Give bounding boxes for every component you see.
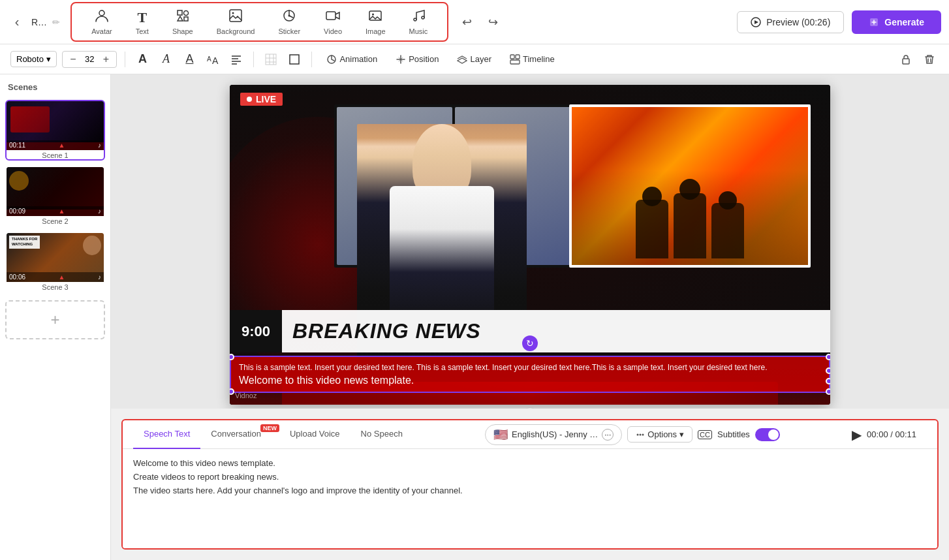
underline-button[interactable]: A [180,50,198,69]
text-tool[interactable]: T Text [124,7,161,38]
scene-2-thumb[interactable]: 00:09 ▲ ♪ Scene 2 [5,166,105,226]
undo-redo-group: ↩ ↪ [456,12,503,33]
tab-upload-voice[interactable]: Upload Voice [279,420,350,449]
options-label: Options [647,429,677,439]
play-button[interactable]: ▶ [852,427,862,443]
svg-rect-22 [290,55,299,64]
sticker-icon [282,8,296,26]
add-scene-button[interactable]: + [5,300,105,339]
align-button[interactable] [227,50,245,69]
redo-button[interactable]: ↪ [482,12,503,33]
lock-button[interactable] [897,50,915,69]
timeline-icon [510,54,520,65]
handle-mr-1[interactable] [826,367,830,374]
options-chevron: ▾ [679,429,684,439]
video-canvas[interactable]: LIVE 9:00 BREAKING NEWS ↻ [230,85,830,405]
position-icon [396,54,406,65]
cc-icon: CC [698,430,712,439]
options-button[interactable]: Options ▾ [627,426,692,443]
live-dot [247,97,252,102]
toolbar-right: Preview (00:26) Generate [737,10,941,34]
music-tool[interactable]: Music [397,6,440,38]
bold-button[interactable]: A [133,50,151,69]
background-icon [228,8,243,26]
new-badge: NEW [260,424,279,432]
expand-chevron[interactable]: ∨ [522,407,538,409]
texture-icon [265,54,277,65]
svg-rect-1 [178,10,182,15]
scene-3-preview: THANKS FORWATCHING 00:06 ▲ ♪ [7,233,104,282]
tab-speech-text[interactable]: Speech Text [133,420,200,449]
handle-tl[interactable] [230,354,234,360]
time-block: 9:00 [230,310,282,352]
video-tool[interactable]: Video [312,6,354,38]
add-scene-icon: + [50,311,59,329]
svg-point-7 [288,15,290,17]
language-selector[interactable]: 🇺🇸 English(US) - Jenny … ··· [485,424,622,445]
avatar-icon [95,8,109,26]
lang-label: English(US) - Jenny … [512,429,598,439]
handle-mr-2[interactable] [826,378,830,384]
svg-rect-8 [326,12,335,20]
preview-icon [751,17,761,27]
animation-button[interactable]: Animation [320,52,384,67]
scene-3-thumb[interactable]: THANKS FORWATCHING 00:06 ▲ ♪ Scene 3 [5,232,105,292]
tab-conversation[interactable]: Conversation NEW [200,420,279,449]
canvas-refresh-button[interactable]: ↻ [522,335,538,351]
lock-icon [901,54,911,65]
decrease-font-size[interactable]: − [67,53,80,66]
music-icon [411,8,426,26]
italic-button[interactable]: A [157,50,175,69]
scrolling-text-content: This is a sample text. Insert your desir… [239,362,821,373]
avatar-label: Avatar [91,27,112,35]
scrolling-text-bar[interactable]: This is a sample text. Insert your desir… [230,356,830,393]
handle-br[interactable] [826,388,830,395]
size-increase-button[interactable]: AA [204,50,222,69]
image-icon [368,8,382,26]
delete-button[interactable] [920,50,939,69]
background-tool[interactable]: Background [205,6,267,38]
generate-button[interactable]: Generate [852,10,941,34]
subtitles-toggle[interactable] [755,428,780,441]
image-tool[interactable]: Image [354,6,397,38]
scene-1-preview: 00:11 ▲ ♪ [7,101,104,150]
size-increase-icon: AA [207,54,219,65]
right-content: LIVE 9:00 BREAKING NEWS ↻ [111,74,949,560]
play-control: ▶ 00:00 / 00:11 [852,427,927,443]
texture-button[interactable] [262,50,280,69]
border-button[interactable] [285,50,303,69]
tab-no-speech[interactable]: No Speech [350,420,413,449]
back-button[interactable]: ‹ [8,13,26,31]
scene-3-duration: 00:06 [9,273,25,281]
avatar-tool[interactable]: Avatar [80,6,124,38]
text-icon: T [137,9,147,26]
format-toolbar: Roboto ▾ − 32 + A A A AA Animation Posit… [0,44,949,74]
font-selector[interactable]: Roboto ▾ [10,51,57,67]
scenes-title: Scenes [5,82,105,92]
svg-rect-4 [230,10,241,22]
video-label: Video [324,27,342,35]
scene-3-overlay: 00:06 ▲ ♪ [7,272,104,282]
separator-1 [125,52,125,67]
edit-project-icon[interactable]: ✏ [52,17,60,27]
live-badge: LIVE [240,93,283,106]
top-toolbar: ‹ R… ✏ Avatar T Text Shape Background [0,0,949,44]
preview-button[interactable]: Preview (00:26) [737,11,844,33]
increase-font-size[interactable]: + [99,53,112,66]
background-label: Background [217,27,255,35]
overlay-text: Welcome to this video news template. [239,375,821,386]
scene-1-thumb[interactable]: 00:11 ▲ ♪ Scene 1 [5,100,105,161]
speech-text-area[interactable]: Welcome to this video news template. Cre… [123,449,937,548]
position-button[interactable]: Position [389,52,445,67]
undo-button[interactable]: ↩ [456,12,477,33]
border-icon [288,54,300,65]
align-icon [230,54,242,65]
layer-button[interactable]: Layer [450,52,498,67]
shape-tool[interactable]: Shape [161,6,205,38]
svg-rect-3 [184,17,188,21]
sticker-tool[interactable]: Sticker [266,6,312,38]
shape-icon [176,8,190,26]
handle-tr[interactable] [826,354,830,360]
timeline-button[interactable]: Timeline [503,52,561,67]
live-text: LIVE [256,94,276,104]
